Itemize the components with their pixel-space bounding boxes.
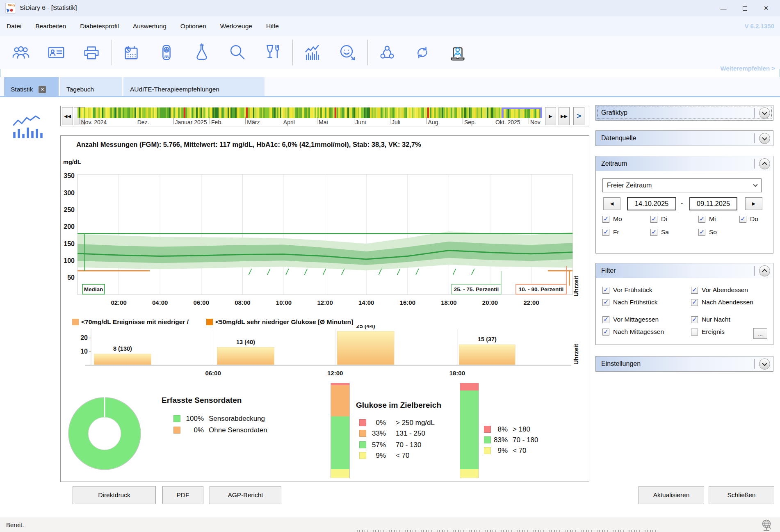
chevron-down-icon[interactable]	[759, 358, 770, 370]
timeline-next-button[interactable]: ▶	[545, 107, 556, 125]
chevron-down-icon[interactable]	[759, 133, 770, 144]
svg-text:06:00: 06:00	[194, 299, 209, 306]
checkbox-filter-1[interactable]	[602, 299, 609, 306]
checkbox-filter-2[interactable]	[602, 316, 609, 323]
agp-legend-2: 25. - 75. Perzentil	[452, 284, 501, 294]
timeline-selection[interactable]	[502, 107, 542, 118]
panel-grafiktyp-header[interactable]: Grafiktyp	[596, 105, 773, 120]
legend-pct: 9%	[368, 452, 386, 460]
svg-text:08:00: 08:00	[235, 299, 250, 306]
svg-text:12:00: 12:00	[327, 370, 343, 377]
aktualisieren-button[interactable]: Aktualisieren	[639, 486, 704, 504]
statistics-icon[interactable]	[302, 42, 322, 63]
panel-separator	[754, 359, 755, 369]
period-preset-select[interactable]: Freier Zeitraum	[602, 178, 762, 192]
checkbox-weekday-fr[interactable]	[602, 229, 609, 236]
checkbox-filter2-0[interactable]	[691, 287, 698, 294]
period-back-button[interactable]: ◀	[603, 197, 620, 210]
sync-icon[interactable]	[412, 42, 433, 63]
legend-swatch	[484, 426, 491, 433]
timeline-month-label: Juni	[356, 119, 366, 126]
checkbox-filter2-1[interactable]	[691, 299, 698, 306]
timeline-month-tick	[494, 117, 494, 124]
checkbox-weekday-sa[interactable]	[650, 229, 657, 236]
svg-text:350: 350	[64, 173, 75, 179]
referral-link[interactable]: Weiterempfehlen >	[720, 65, 775, 72]
chevron-up-icon[interactable]	[759, 158, 770, 169]
tab-close-icon[interactable]: ✕	[39, 86, 46, 93]
lab-flask-icon[interactable]	[192, 42, 212, 63]
checkbox-weekday-do[interactable]	[739, 216, 746, 223]
checkbox-filter-0[interactable]	[602, 287, 609, 294]
chevron-up-icon[interactable]	[759, 265, 770, 276]
checkbox-label: Do	[750, 215, 758, 223]
date-from-field[interactable]: 14.10.2025	[627, 197, 676, 210]
minimize-button[interactable]: —	[713, 0, 734, 16]
telemedicine-icon[interactable]	[447, 42, 468, 63]
menu-item-bearbeiten[interactable]: Bearbeiten	[35, 23, 66, 30]
panel-separator	[754, 266, 755, 276]
svg-text:20: 20	[80, 334, 88, 341]
date-to-field[interactable]: 09.11.2025	[689, 197, 737, 210]
panel-separator	[754, 133, 755, 143]
legend-range: 70 - 130	[396, 441, 421, 449]
share-icon[interactable]	[377, 42, 397, 63]
checkbox-filter-3[interactable]	[602, 329, 609, 336]
menu-item-werkzeuge[interactable]: Werkzeuge	[220, 23, 252, 30]
app-window: Diary SiDiary 6 - [Statistik] — ✕ DateiB…	[0, 0, 780, 532]
panel-datenquelle-header[interactable]: Datenquelle	[596, 131, 773, 146]
timeline-month-tick	[210, 117, 210, 124]
menu-item-optionen[interactable]: Optionen	[180, 23, 206, 30]
chevron-down-icon[interactable]	[759, 107, 770, 119]
checkbox-filter2-3[interactable]	[691, 329, 698, 336]
printer-icon[interactable]	[81, 42, 102, 63]
timeline-density-strip[interactable]	[78, 107, 543, 118]
menu-item-auswertung[interactable]: Auswertung	[133, 23, 166, 30]
checkbox-weekday-di[interactable]	[650, 216, 657, 223]
menu-item-hilfe[interactable]: Hilfe	[266, 23, 279, 30]
filter-more-button[interactable]: ...	[753, 328, 767, 339]
pdf-button[interactable]: PDF	[162, 486, 203, 504]
timeline-last-button[interactable]: ▶▶	[559, 107, 570, 125]
maximize-button[interactable]	[734, 0, 755, 16]
agp-bericht-button[interactable]: AGP-Bericht	[210, 486, 281, 504]
timeline-first-button[interactable]: ◀◀	[62, 107, 73, 125]
panel-filter-header[interactable]: Filter	[596, 263, 773, 278]
menu-bar: DateiBearbeitenDiabetesprofilAuswertungO…	[0, 16, 780, 36]
weekday-sa: Sa	[650, 228, 669, 236]
tab-audite-therapieempfehlungen[interactable]: AUdiTE-Therapieempfehlungen	[123, 77, 265, 96]
timeline-month-label: Feb.	[211, 119, 223, 126]
timeline-month-label: Sep.	[464, 119, 476, 126]
close-button[interactable]: ✕	[755, 0, 777, 16]
summary-stats-line: Anzahl Messungen (FGM): 5.766, Mittelwer…	[76, 141, 421, 148]
low-events-bar	[337, 331, 394, 365]
agp-chart: 5010015020025030035002:0004:0006:0008:00…	[61, 173, 590, 314]
menu-item-diabetesprofil[interactable]: Diabetesprofil	[80, 23, 119, 30]
svg-text:16:00: 16:00	[400, 299, 415, 306]
contact-card-icon[interactable]	[46, 42, 66, 63]
glucose-meter-icon[interactable]	[156, 42, 177, 63]
search-icon[interactable]	[227, 42, 247, 63]
timeline-forward-button[interactable]: >	[573, 107, 584, 125]
users-icon[interactable]	[11, 42, 31, 63]
panel-einstellungen-header[interactable]: Einstellungen	[596, 356, 773, 371]
checkbox-weekday-mi[interactable]	[698, 216, 705, 223]
svg-text:Uhrzeit: Uhrzeit	[572, 344, 579, 365]
schlie-en-button[interactable]: Schließen	[709, 486, 774, 504]
svg-text:06:00: 06:00	[205, 370, 221, 377]
checkbox-label: Di	[661, 215, 667, 223]
legend-swatch	[484, 436, 491, 443]
panel-zeitraum-header[interactable]: Zeitraum	[596, 156, 773, 171]
checkbox-filter2-2[interactable]	[691, 316, 698, 323]
direktdruck-button[interactable]: Direktdruck	[73, 486, 156, 504]
wellbeing-icon[interactable]	[337, 42, 358, 63]
period-forward-button[interactable]: ▶	[745, 197, 762, 210]
logbook-icon[interactable]	[121, 42, 141, 63]
menu-item-datei[interactable]: Datei	[7, 23, 21, 30]
nutrition-icon[interactable]	[262, 42, 283, 63]
tab-tagebuch[interactable]: Tagebuch	[60, 77, 122, 96]
checkbox-weekday-mo[interactable]	[602, 216, 609, 223]
svg-text:200: 200	[64, 223, 75, 230]
checkbox-weekday-so[interactable]	[698, 229, 705, 236]
tab-statistik[interactable]: Statistik✕	[4, 77, 59, 96]
